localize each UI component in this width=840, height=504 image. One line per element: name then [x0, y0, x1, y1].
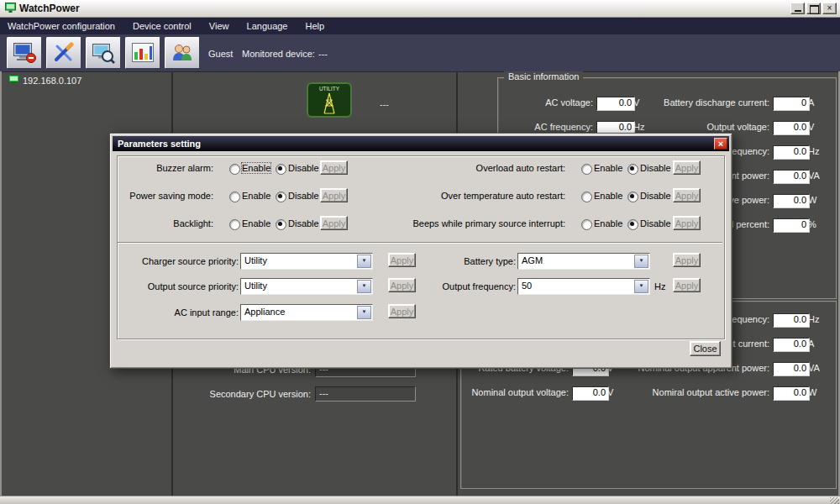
- maximize-button[interactable]: [806, 3, 821, 14]
- nominal-output-apparent-power-value: 0.0: [773, 362, 810, 376]
- beeps-primary-source-interrupt-disable-radio[interactable]: [627, 219, 638, 230]
- device-view-button[interactable]: [86, 37, 121, 69]
- ac-voltage-label: AC voltage:: [505, 97, 593, 108]
- battery-discharge-current-unit: A: [808, 97, 814, 108]
- output-frequency-combo[interactable]: 50 ▼: [517, 278, 650, 295]
- overload-auto-restart-disable-radio[interactable]: [627, 164, 638, 175]
- ac-input-range-combo[interactable]: Appliance ▼: [240, 304, 373, 321]
- secondary-cpu-version-label: Secondary CPU version:: [151, 389, 311, 399]
- beeps-primary-source-interrupt-enable-radio[interactable]: [581, 219, 592, 230]
- chevron-down-icon[interactable]: ▼: [357, 280, 371, 293]
- charger-source-priority-combo[interactable]: Utility ▼: [240, 253, 373, 270]
- output-active-power-value: 0.0: [773, 194, 810, 208]
- over-temperature-auto-restart-enable-label[interactable]: Enable: [594, 191, 622, 201]
- menu-item-help[interactable]: Help: [298, 18, 333, 34]
- monitored-device-value: ---: [318, 49, 328, 59]
- minimize-button[interactable]: [790, 3, 805, 14]
- chevron-down-icon[interactable]: ▼: [357, 255, 371, 268]
- output-source-priority-combo[interactable]: Utility ▼: [240, 278, 373, 295]
- output-apparent-power-unit: VA: [808, 171, 820, 181]
- user-management-button[interactable]: [165, 37, 200, 69]
- menu-item-device-control[interactable]: Device control: [125, 18, 199, 34]
- resize-grip[interactable]: [830, 497, 839, 504]
- window-titlebar: WatchPower ×: [0, 0, 840, 18]
- over-temperature-auto-restart-apply-button[interactable]: Apply: [673, 188, 701, 202]
- device-management-button[interactable]: [7, 37, 42, 69]
- watchpower-logo-icon: [5, 3, 16, 15]
- output-voltage-value: 0.0: [773, 121, 810, 135]
- output-frequency-setting-label: Output frequency:: [390, 281, 516, 291]
- watchpower-window: WatchPower × WatchPower configuration De…: [0, 0, 840, 504]
- buzzer-alarm-disable-label[interactable]: Disable: [288, 163, 319, 173]
- output-active-power-unit: W: [808, 195, 816, 205]
- minimize-icon: [795, 10, 801, 12]
- battery-type-combo[interactable]: AGM ▼: [517, 253, 650, 270]
- over-temperature-auto-restart-enable-radio[interactable]: [581, 192, 592, 202]
- overload-auto-restart-disable-label[interactable]: Disable: [640, 163, 671, 173]
- power-saving-mode-enable-label[interactable]: Enable: [242, 191, 270, 201]
- over-temperature-auto-restart-label: Over temperature auto restart:: [355, 191, 565, 201]
- nominal-output-active-power-unit: W: [808, 387, 816, 397]
- beeps-primary-source-interrupt-apply-button[interactable]: Apply: [673, 216, 701, 230]
- overload-auto-restart-apply-button[interactable]: Apply: [673, 160, 701, 175]
- menu-item-view[interactable]: View: [202, 18, 237, 34]
- power-saving-mode-disable-radio[interactable]: [276, 192, 286, 202]
- user-management-icon: [171, 42, 194, 64]
- battery-type-apply-button[interactable]: Apply: [673, 253, 701, 267]
- beeps-primary-source-interrupt-enable-label[interactable]: Enable: [594, 218, 622, 228]
- battery-discharge-current-value: 0: [773, 97, 810, 111]
- dialog-close-icon[interactable]: ×: [714, 138, 727, 150]
- backlight-disable-label[interactable]: Disable: [288, 218, 319, 228]
- over-temperature-auto-restart-disable-label[interactable]: Disable: [640, 191, 671, 201]
- charger-source-priority-value: Utility: [244, 255, 267, 265]
- menu-bar: WatchPower configuration Device control …: [0, 18, 840, 34]
- load-percent-value: 0: [773, 218, 810, 233]
- ac-voltage-unit: V: [633, 97, 639, 108]
- dialog-section-separator: [118, 242, 722, 244]
- rated-output-current-unit: A: [808, 339, 814, 349]
- backlight-apply-button[interactable]: Apply: [320, 216, 348, 230]
- chevron-down-icon[interactable]: ▼: [634, 255, 648, 268]
- dialog-close-button[interactable]: Close: [690, 341, 721, 356]
- buzzer-alarm-enable-radio[interactable]: [229, 164, 240, 175]
- backlight-enable-radio[interactable]: [229, 219, 240, 230]
- nominal-output-active-power-label: Nomiral output active power:: [621, 387, 769, 397]
- output-frequency-setting-value: 50: [522, 281, 532, 291]
- overload-auto-restart-enable-radio[interactable]: [581, 164, 592, 175]
- power-saving-mode-disable-label[interactable]: Disable: [288, 191, 319, 201]
- backlight-disable-radio[interactable]: [276, 219, 286, 230]
- chevron-down-icon[interactable]: ▼: [634, 280, 648, 293]
- menu-item-watchpower-configuration[interactable]: WatchPower configuration: [0, 18, 123, 34]
- rated-output-frequency-unit: Hz: [808, 314, 819, 324]
- data-analysis-button[interactable]: [125, 37, 160, 69]
- ac-input-range-apply-button[interactable]: Apply: [388, 304, 416, 318]
- window-left-edge: [0, 71, 2, 496]
- output-frequency-unit: Hz: [808, 146, 819, 156]
- battery-type-label: Battery type:: [390, 256, 516, 266]
- tree-item-device-ip[interactable]: 192.168.0.107: [23, 76, 81, 86]
- secondary-cpu-version-value: ---: [315, 386, 416, 402]
- user-role-label: Guest: [208, 49, 233, 59]
- close-button[interactable]: ×: [822, 3, 837, 14]
- buzzer-alarm-disable-radio[interactable]: [276, 164, 286, 175]
- output-apparent-power-value: 0.0: [773, 170, 810, 184]
- overload-auto-restart-enable-label[interactable]: Enable: [594, 163, 622, 173]
- ac-frequency-label: AC frequency:: [505, 122, 593, 132]
- chevron-down-icon[interactable]: ▼: [357, 306, 371, 319]
- device-configuration-button[interactable]: [46, 37, 81, 69]
- rated-output-frequency-value: 0.0: [773, 313, 810, 328]
- buzzer-alarm-enable-label[interactable]: Enable: [242, 163, 270, 173]
- over-temperature-auto-restart-disable-radio[interactable]: [627, 192, 638, 202]
- power-saving-mode-apply-button[interactable]: Apply: [320, 188, 348, 202]
- output-source-priority-label: Output source priority:: [118, 281, 239, 291]
- buzzer-alarm-apply-button[interactable]: Apply: [320, 160, 348, 175]
- menu-item-language[interactable]: Language: [239, 18, 296, 34]
- output-frequency-apply-button[interactable]: Apply: [673, 278, 701, 292]
- beeps-primary-source-interrupt-disable-label[interactable]: Disable: [640, 218, 671, 228]
- power-saving-mode-enable-radio[interactable]: [229, 192, 240, 202]
- nominal-output-active-power-value: 0.0: [773, 386, 810, 401]
- backlight-enable-label[interactable]: Enable: [242, 218, 270, 228]
- utility-source-icon: UTILITY: [307, 82, 352, 119]
- window-title: WatchPower: [19, 3, 80, 14]
- dialog-titlebar: Parameters setting ×: [113, 136, 729, 151]
